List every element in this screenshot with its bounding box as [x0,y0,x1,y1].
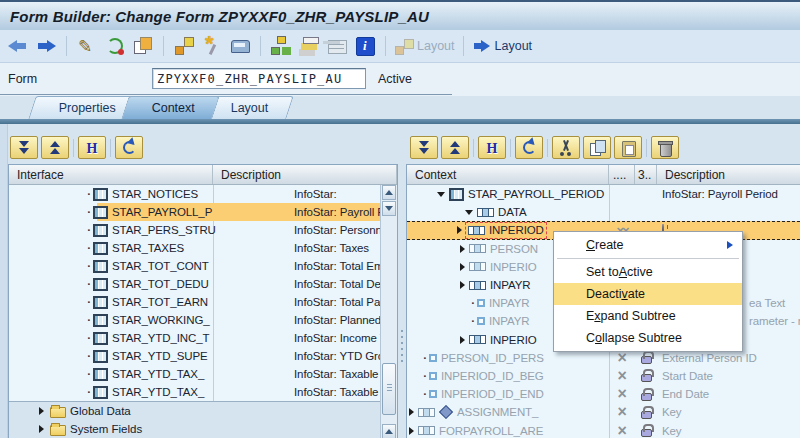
inactive-x-icon [617,423,626,438]
scroll-up-button[interactable] [382,424,396,438]
infostar-table-icon [93,296,108,309]
refresh-button[interactable] [115,136,143,159]
node-description: InfoStar: Payroll Period [657,188,800,200]
table-row[interactable]: ASSIGNMENT_ Key [407,403,800,421]
chevron-down-icon[interactable] [437,192,445,197]
goto-layout-button[interactable]: Layout [472,38,533,54]
node-label: INPERIO [490,334,537,346]
table-row[interactable]: STAR_PAYROLL_PERIOD InfoStar: Payroll Pe… [407,185,800,203]
collapse-all-button[interactable] [441,136,469,159]
tab-context[interactable]: Context [121,96,220,119]
column-header-description: Description [657,165,800,184]
vertical-scrollbar[interactable] [380,185,397,438]
menu-item-collapse-subtree[interactable]: Collapse Subtree [554,327,742,349]
folder-row-system-fields[interactable]: System Fields [9,420,380,438]
copy-icon[interactable] [131,34,155,58]
forward-icon[interactable] [34,34,58,58]
table-row[interactable]: FORPAYROLL_ARE Key [407,421,800,438]
panel-splitter-grip[interactable] [399,330,406,366]
menu-item-set-to-active[interactable]: Set to Active [554,261,742,283]
edit-pencil-icon[interactable] [75,34,99,58]
scroll-down-button[interactable] [382,201,396,216]
table-row[interactable]: STAR_TAXES InfoStar: Taxes [9,239,380,257]
node-label: FORPAYROLL_ARE [439,425,543,437]
hierarchy-icon[interactable] [269,34,293,58]
table-row[interactable]: STAR_TOT_DEDU InfoStar: Total Deductions [9,275,380,293]
info-icon[interactable] [353,34,377,58]
paste-icon [620,140,636,156]
lock-icon [641,356,652,364]
field-icon [477,317,485,325]
table-row[interactable]: STAR_YTD_SUPE InfoStar: YTD Gross, Deduc… [9,347,380,365]
table-row[interactable]: DATA [407,203,800,221]
infostar-table-icon [93,278,108,291]
context-toolbar [410,136,682,159]
find-button[interactable] [478,136,506,159]
refresh-icon[interactable] [103,34,127,58]
node-label: INPAYR [490,279,531,291]
delete-button[interactable] [651,136,679,159]
node-label: STAR_YTD_INC_T [112,332,209,344]
refresh-button[interactable] [515,136,543,159]
chevron-down-icon[interactable] [465,210,473,215]
menu-item-expand-subtree[interactable]: Expand Subtree [554,305,742,327]
scroll-up-button[interactable] [382,185,396,200]
chevron-right-icon[interactable] [460,245,465,253]
table-row[interactable]: STAR_NOTICES InfoStar: [9,185,380,203]
folder-label: Global Data [70,405,131,417]
node-description: InfoStar: Payroll Period [289,206,380,218]
chevron-right-icon[interactable] [409,427,414,435]
table-row[interactable]: INPERIOD_ID_BEG Start Date [407,367,800,385]
bullet-icon [85,206,93,218]
node-label: STAR_WORKING_ [112,314,210,326]
table-row[interactable]: STAR_YTD_TAX_ InfoStar: Taxable Earnings [9,365,380,383]
field-icon [429,390,437,398]
scrollbar-thumb[interactable] [382,363,396,415]
chevron-right-icon[interactable] [460,336,465,344]
table-row[interactable]: INPERIOD_ID_END End Date [407,385,800,403]
form-underline [0,94,452,95]
chevron-right-icon[interactable] [457,226,462,234]
sap-form-builder-window: Form Builder: Change Form ZPYXXF0_ZHR_PA… [0,0,800,438]
chevron-right-icon[interactable] [39,407,44,415]
expand-all-button[interactable] [410,136,438,159]
paste-button[interactable] [614,136,642,159]
table-row[interactable]: STAR_WORKING_ InfoStar: Planned Working … [9,311,380,329]
table-row[interactable]: STAR_PERS_STRU InfoStar: Personnel Struc… [9,221,380,239]
node-label: STAR_PERS_STRU [112,224,216,236]
node-label: DATA [498,206,527,218]
layers-icon[interactable] [297,34,321,58]
folder-row-global-data[interactable]: Global Data [9,402,380,420]
performance-icon[interactable] [228,34,252,58]
menu-item-create[interactable]: Create [554,234,742,256]
table-row-selected[interactable]: STAR_PAYROLL_P InfoStar: Payroll Period [9,203,380,221]
node-label: STAR_PAYROLL_P [112,206,212,218]
find-button[interactable] [78,136,106,159]
menu-item-deactivate[interactable]: Deactivate [554,283,742,305]
table-row[interactable]: STAR_TOT_CONT InfoStar: Total Employer C… [9,257,380,275]
copy-button[interactable] [583,136,611,159]
infostar-table-icon [93,242,108,255]
goto-layout-label: Layout [495,39,533,53]
table-row[interactable]: STAR_TOT_EARN InfoStar: Total Payments [9,293,380,311]
chevron-right-icon[interactable] [39,425,44,433]
expand-all-icon [419,141,429,154]
field-list-icon[interactable] [172,34,196,58]
cut-button[interactable] [552,136,580,159]
table-row[interactable]: STAR_YTD_INC_T InfoStar: Income Tax [9,329,380,347]
check-wand-icon[interactable] [200,34,224,58]
node-label: STAR_TOT_CONT [112,260,209,272]
toolbar-separator [260,36,261,56]
back-icon[interactable] [6,34,30,58]
interface-header-row: Interface Description [9,165,397,185]
chevron-right-icon[interactable] [460,281,465,289]
bullet-icon [469,297,477,309]
table-row[interactable]: STAR_YTD_TAX_ InfoStar: Taxable Earnings [9,383,380,401]
chevron-right-icon[interactable] [460,263,465,271]
toolbar-separator [73,139,74,157]
chevron-right-icon[interactable] [409,408,414,416]
form-name-input[interactable] [152,68,366,89]
expand-all-button[interactable] [10,136,38,159]
node-label: STAR_NOTICES [112,188,198,200]
collapse-all-button[interactable] [41,136,69,159]
